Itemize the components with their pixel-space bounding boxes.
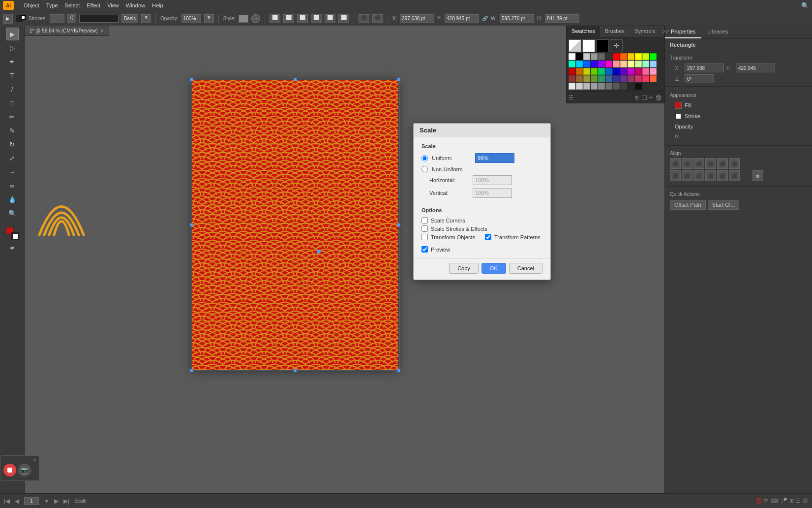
rect-tool[interactable]: □ — [6, 96, 19, 109]
opacity-input[interactable] — [181, 14, 201, 23]
scale-tool[interactable]: ⤢ — [6, 152, 19, 164]
color-swatch-item[interactable] — [605, 75, 612, 82]
color-swatch-item[interactable] — [642, 75, 649, 82]
align-center-h-btn[interactable]: ⬛ — [682, 158, 692, 169]
status-icon-6[interactable]: ⌘ — [803, 498, 808, 504]
eyedropper-tool[interactable]: 💧 — [6, 193, 19, 206]
align-center-v-btn[interactable]: ⬛ — [717, 158, 728, 169]
color-swatch-item[interactable] — [591, 83, 598, 90]
color-swatch-item[interactable] — [628, 61, 634, 67]
color-swatch-item[interactable] — [613, 75, 620, 82]
warp-tool[interactable]: ~ — [6, 165, 19, 178]
color-swatch-item[interactable] — [620, 61, 627, 67]
align-left-btn[interactable]: ⬛ — [670, 158, 681, 169]
color-swatch-item[interactable] — [650, 53, 657, 60]
color-swatch-item[interactable] — [642, 53, 649, 60]
document-tab[interactable]: 1* @ 58.64 % (CMYK/Preview) × — [25, 26, 109, 36]
non-uniform-radio[interactable] — [421, 166, 428, 172]
color-swatch-item[interactable] — [650, 68, 657, 75]
scale-strokes-checkbox[interactable] — [421, 225, 428, 232]
color-swatch-item[interactable] — [569, 83, 575, 90]
status-page-dropdown[interactable]: ▼ — [44, 498, 49, 504]
none-swatch[interactable] — [569, 39, 581, 52]
status-icon-4[interactable]: ⊞ — [789, 498, 794, 504]
color-swatch-item[interactable] — [591, 68, 598, 75]
transform-patterns-checkbox[interactable] — [485, 234, 491, 240]
status-last-btn[interactable]: ▶| — [63, 498, 69, 505]
stroke-arrows[interactable]: ⟨⟩ — [67, 14, 76, 23]
direct-select-tool[interactable]: ▷ — [6, 41, 19, 54]
color-swatch-item[interactable] — [591, 53, 598, 60]
color-swatch-item[interactable] — [628, 53, 634, 60]
color-swatch-item[interactable] — [583, 68, 590, 75]
menu-item-window[interactable]: Window — [126, 2, 145, 8]
scale-corners-label[interactable]: Scale Corners — [431, 218, 465, 223]
blend-tool[interactable]: ∞ — [6, 179, 19, 192]
color-swatch-item[interactable] — [650, 61, 657, 67]
opacity-dropdown[interactable]: ▼ — [204, 14, 214, 23]
fill-item[interactable]: Fill — [670, 100, 807, 111]
offset-path-btn[interactable]: Offset Path — [670, 200, 706, 210]
color-swatch-item[interactable] — [569, 61, 575, 67]
type-tool[interactable]: T — [6, 69, 19, 82]
menu-item-type[interactable]: Type — [46, 2, 58, 8]
status-next-btn[interactable]: ▶ — [54, 498, 59, 505]
color-swatch-item[interactable] — [628, 75, 634, 82]
y-coord-input[interactable] — [445, 14, 479, 23]
color-swatch-item[interactable] — [576, 83, 583, 90]
color-swatch-item[interactable] — [635, 83, 642, 90]
color-swatch-item[interactable] — [583, 53, 590, 60]
scale-corners-checkbox[interactable] — [421, 217, 428, 223]
new-swatch-btn[interactable]: + — [649, 93, 653, 102]
swatch-list-view-btn[interactable]: ☰ — [569, 95, 573, 101]
menu-item-object[interactable]: Object — [24, 2, 39, 8]
menu-item-select[interactable]: Select — [65, 2, 80, 8]
swap-colors-btn[interactable]: ⇄ — [6, 241, 19, 254]
h-coord-input[interactable] — [545, 14, 579, 23]
align-right-btn[interactable]: ⬛ — [693, 158, 704, 169]
color-swatch-item[interactable] — [613, 53, 620, 60]
cancel-button[interactable]: Cancel — [509, 263, 542, 274]
distribute-center-h-btn[interactable]: ⬛ — [682, 170, 692, 181]
menu-item-view[interactable]: View — [107, 2, 119, 8]
color-swatch-item[interactable] — [620, 68, 627, 75]
select-tool[interactable]: ▶ — [6, 28, 19, 40]
fill-stroke-selector[interactable] — [5, 226, 19, 240]
start-global-btn[interactable]: Start Gl... — [708, 200, 739, 210]
color-swatch-item[interactable] — [576, 61, 583, 67]
color-swatch-item[interactable] — [628, 68, 634, 75]
status-prev-btn[interactable]: |◀ — [4, 498, 10, 505]
align-left-btn[interactable]: ⬜ — [270, 14, 280, 23]
align-bottom-btn[interactable]: ⬜ — [338, 14, 349, 23]
distribute-right-btn[interactable]: ⬛ — [693, 170, 704, 181]
color-swatch-item[interactable] — [635, 68, 642, 75]
style-circle[interactable]: ○ — [251, 14, 260, 23]
x-coord-input[interactable] — [400, 14, 434, 23]
color-swatch-item[interactable] — [576, 68, 583, 75]
scale-strokes-label[interactable]: Scale Strokes & Effects — [431, 226, 487, 232]
line-tool[interactable]: / — [6, 83, 19, 95]
w-coord-input[interactable] — [500, 14, 534, 23]
color-swatch-item[interactable] — [605, 68, 612, 75]
pen-tool[interactable]: ✒ — [6, 55, 19, 68]
transform-btn[interactable]: ⬛ — [359, 14, 369, 23]
vertical-input[interactable] — [473, 188, 512, 198]
distribute-bottom-btn[interactable]: ⬛ — [729, 170, 740, 181]
color-swatch-item[interactable] — [605, 61, 612, 67]
status-back-btn[interactable]: ◀ — [15, 498, 19, 505]
align-trash-btn[interactable]: 🗑 — [752, 170, 763, 181]
symbols-tab[interactable]: Symbols — [630, 26, 660, 37]
recording-close-btn[interactable]: × — [33, 457, 36, 464]
transform-objects-checkbox[interactable] — [421, 234, 428, 240]
color-swatch-item[interactable] — [583, 61, 590, 67]
copy-button[interactable]: Copy — [449, 263, 479, 274]
swatches-tab[interactable]: Swatches — [567, 26, 600, 37]
color-swatch-item[interactable] — [576, 75, 583, 82]
transform-x-input[interactable] — [685, 64, 724, 72]
black-swatch[interactable] — [596, 39, 609, 52]
color-swatch-item[interactable] — [569, 53, 575, 60]
delete-swatch-btn[interactable]: 🗑 — [655, 94, 662, 101]
distribute-btn[interactable]: ⬛ — [372, 14, 383, 23]
align-top-btn[interactable]: ⬜ — [311, 14, 322, 23]
rotate-tool[interactable]: ↻ — [6, 138, 19, 151]
